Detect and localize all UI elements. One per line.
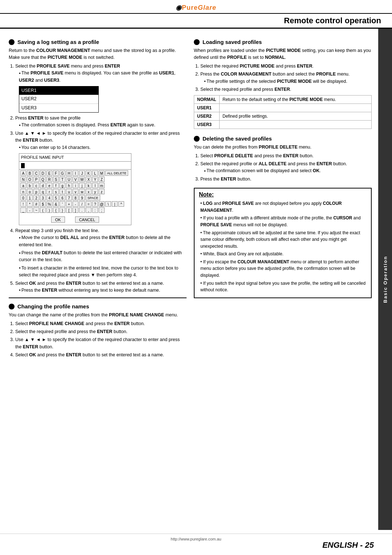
key-comma[interactable]: , xyxy=(86,207,91,213)
key-Y[interactable]: Y xyxy=(92,177,98,182)
key-l[interactable]: l xyxy=(92,183,98,188)
key-tilde[interactable]: ~ xyxy=(33,207,39,213)
key-J[interactable]: J xyxy=(79,170,85,176)
key-D[interactable]: D xyxy=(40,170,46,176)
key-z[interactable]: z xyxy=(99,189,105,194)
key-E[interactable]: E xyxy=(46,170,52,176)
key-9[interactable]: 9 xyxy=(79,195,85,200)
key-caret[interactable]: ^ xyxy=(118,201,124,207)
deleting-heading-text: Deleting the saved profiles xyxy=(203,135,272,142)
key-g[interactable]: g xyxy=(60,183,65,188)
key-I[interactable]: I xyxy=(73,170,78,176)
key-G[interactable]: G xyxy=(60,170,65,176)
key-k[interactable]: k xyxy=(86,183,91,188)
bullet-icon-4 xyxy=(194,136,200,142)
cancel-button[interactable]: CANCEL xyxy=(75,216,99,223)
key-Q[interactable]: Q xyxy=(40,177,46,182)
key-lbrace[interactable]: { xyxy=(53,207,59,213)
key-dollar[interactable]: $ xyxy=(40,201,46,207)
key-7[interactable]: 7 xyxy=(66,195,72,200)
key-plus[interactable]: + xyxy=(66,201,72,207)
key-underscore[interactable]: _ xyxy=(20,207,26,213)
key-s[interactable]: s xyxy=(53,189,59,194)
key-backslash[interactable]: \ xyxy=(105,201,111,207)
key-W[interactable]: W xyxy=(79,177,85,182)
key-quest[interactable]: ? xyxy=(92,201,98,207)
key-Z[interactable]: Z xyxy=(99,177,105,182)
key-F[interactable]: F xyxy=(53,170,59,176)
key-rbracket[interactable]: ] xyxy=(73,207,78,213)
key-8[interactable]: 8 xyxy=(73,195,78,200)
key-dash[interactable]: - xyxy=(27,207,33,213)
key-O[interactable]: O xyxy=(27,177,33,182)
key-3[interactable]: 3 xyxy=(40,195,46,200)
key-H[interactable]: H xyxy=(66,170,72,176)
key-T[interactable]: T xyxy=(60,177,65,182)
key-lparen[interactable]: ( xyxy=(40,207,46,213)
key-L[interactable]: L xyxy=(92,170,98,176)
key-q[interactable]: q xyxy=(40,189,46,194)
key-u[interactable]: u xyxy=(66,189,72,194)
key-j[interactable]: j xyxy=(79,183,85,188)
key-b[interactable]: b xyxy=(27,183,33,188)
ok-button[interactable]: OK xyxy=(51,216,65,223)
key-percent[interactable]: % xyxy=(46,201,52,207)
key-lbracket[interactable]: [ xyxy=(66,207,72,213)
key-apos[interactable]: ' xyxy=(60,201,65,207)
key-r[interactable]: r xyxy=(46,189,52,194)
key-d[interactable]: d xyxy=(40,183,46,188)
key-A[interactable]: A xyxy=(20,170,26,176)
key-rbrace[interactable]: } xyxy=(60,207,65,213)
key-1[interactable]: 1 xyxy=(27,195,33,200)
key-2[interactable]: 2 xyxy=(33,195,39,200)
key-p[interactable]: p xyxy=(33,189,39,194)
key-P[interactable]: P xyxy=(33,177,39,182)
key-e[interactable]: e xyxy=(46,183,52,188)
key-c[interactable]: c xyxy=(33,183,39,188)
step4-sub-3: To insert a character in the entered tex… xyxy=(19,265,187,279)
key-V[interactable]: V xyxy=(73,177,78,182)
key-5[interactable]: 5 xyxy=(53,195,59,200)
key-semicolon[interactable]: ; xyxy=(99,207,105,213)
key-m[interactable]: m xyxy=(99,183,105,188)
key-v[interactable]: v xyxy=(73,189,78,194)
key-rparen[interactable]: ) xyxy=(46,207,52,213)
key-slash[interactable]: / xyxy=(79,201,85,207)
key-4[interactable]: 4 xyxy=(46,195,52,200)
key-t[interactable]: t xyxy=(60,189,65,194)
key-0[interactable]: 0 xyxy=(20,195,26,200)
key-i[interactable]: i xyxy=(73,183,78,188)
key-h[interactable]: h xyxy=(66,183,72,188)
key-hash[interactable]: # xyxy=(33,201,39,207)
key-K[interactable]: K xyxy=(86,170,91,176)
key-all-delete[interactable]: ALL DELETE xyxy=(105,170,128,176)
key-N[interactable]: N xyxy=(20,177,26,182)
key-R[interactable]: R xyxy=(46,177,52,182)
key-a[interactable]: a xyxy=(20,183,26,188)
key-star[interactable]: * xyxy=(27,201,33,207)
key-x[interactable]: x xyxy=(86,189,91,194)
key-C[interactable]: C xyxy=(33,170,39,176)
key-amp[interactable]: & xyxy=(53,201,59,207)
key-o[interactable]: o xyxy=(27,189,33,194)
key-excl[interactable]: ! xyxy=(20,201,26,207)
profile-user3-label: USER3 xyxy=(194,121,220,129)
key-pipe[interactable]: | xyxy=(112,201,118,207)
key-at[interactable]: @ xyxy=(99,201,105,207)
key-f[interactable]: f xyxy=(53,183,59,188)
key-colon[interactable]: : xyxy=(92,207,98,213)
key-n[interactable]: n xyxy=(20,189,26,194)
key-minus[interactable]: - xyxy=(73,201,78,207)
changing-step-1: Select PROFILE NAME CHANGE and press the… xyxy=(15,320,187,327)
key-eq[interactable]: = xyxy=(86,201,91,207)
key-S[interactable]: S xyxy=(53,177,59,182)
key-w[interactable]: w xyxy=(79,189,85,194)
key-space[interactable]: SPACE xyxy=(86,195,100,200)
key-dot[interactable]: . xyxy=(79,207,85,213)
key-B[interactable]: B xyxy=(27,170,33,176)
key-y[interactable]: y xyxy=(92,189,98,194)
key-X[interactable]: X xyxy=(86,177,91,182)
key-M[interactable]: M xyxy=(99,170,105,176)
key-6[interactable]: 6 xyxy=(60,195,65,200)
key-U[interactable]: U xyxy=(66,177,72,182)
